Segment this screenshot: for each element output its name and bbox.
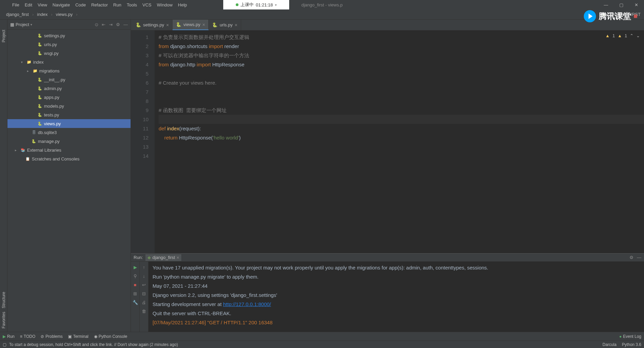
- tree-item[interactable]: 🐍models.py: [7, 102, 131, 110]
- close-icon[interactable]: ×: [177, 255, 179, 260]
- code-line[interactable]: # 可以在浏览器中输出字符串的一个方法: [159, 51, 644, 60]
- code-line[interactable]: [159, 87, 644, 96]
- close-icon[interactable]: ×: [235, 22, 237, 28]
- tab-label: settings.py: [143, 22, 164, 27]
- chevron-down-icon[interactable]: ▾: [275, 3, 277, 7]
- run-tab[interactable]: ◆ django_first ×: [145, 254, 181, 261]
- tree-item[interactable]: 🐍__init__.py: [7, 75, 131, 84]
- sc-icon: 📋: [25, 156, 30, 161]
- chevron-right-icon: ›: [76, 12, 77, 17]
- rerun-button[interactable]: ▶: [132, 264, 139, 270]
- py-icon: 🐍: [37, 86, 43, 91]
- breadcrumb-item[interactable]: views.py: [54, 11, 75, 18]
- menu-code[interactable]: Code: [73, 1, 89, 9]
- menu-refactor[interactable]: Refactor: [89, 1, 111, 9]
- expand-icon[interactable]: ⇥: [109, 22, 113, 27]
- tree-item[interactable]: 🐍settings.py: [7, 31, 131, 40]
- tree-item[interactable]: 🐍admin.py: [7, 84, 131, 93]
- gear-icon[interactable]: ⚙: [629, 255, 634, 260]
- close-icon[interactable]: ×: [202, 22, 205, 27]
- editor-tab[interactable]: 🐍views.py×: [172, 20, 209, 30]
- wrench-icon[interactable]: 🔧: [132, 299, 139, 306]
- close-button[interactable]: ✕: [629, 0, 644, 9]
- menu-view[interactable]: View: [35, 1, 50, 9]
- tree-item[interactable]: 🐍views.py: [7, 119, 131, 128]
- code-line[interactable]: # Create your views here.: [159, 78, 644, 87]
- editor-tab[interactable]: 🐍settings.py×: [132, 20, 172, 30]
- hide-icon[interactable]: —: [123, 22, 128, 27]
- up-button[interactable]: ↑: [141, 264, 147, 270]
- editor-body[interactable]: 1234567891011121314 # 负责显示页面数据并处理用户交互逻辑f…: [131, 30, 644, 253]
- tree-item[interactable]: 🐍urls.py: [7, 40, 131, 49]
- menu-navigate[interactable]: Navigate: [50, 1, 72, 9]
- tree-item[interactable]: 📋Scratches and Consoles: [7, 154, 131, 163]
- code-line[interactable]: # 负责显示页面数据并处理用户交互逻辑: [159, 32, 644, 42]
- target-icon[interactable]: ⊙: [95, 22, 98, 27]
- tree-item[interactable]: 🗄db.sqlite3: [7, 128, 131, 137]
- code-line[interactable]: from django.shortcuts import render: [159, 42, 644, 51]
- tree-item[interactable]: ▾📁index: [7, 58, 131, 66]
- event-log-button[interactable]: ●Event Log: [619, 334, 641, 339]
- soft-wrap-button[interactable]: ↩: [141, 281, 147, 288]
- gear-icon[interactable]: ⚙: [116, 22, 120, 27]
- print-button[interactable]: 🖨: [141, 299, 147, 306]
- menu-help[interactable]: Help: [175, 1, 190, 9]
- code-line[interactable]: return HttpResponse('hello world'): [159, 133, 644, 142]
- hide-icon[interactable]: —: [637, 255, 641, 260]
- favorites-tool-button[interactable]: Favorites: [1, 312, 6, 328]
- tree-item[interactable]: 🐍manage.py: [7, 137, 131, 146]
- project-tool-button[interactable]: Project: [1, 30, 6, 42]
- status-icon[interactable]: ▢: [3, 342, 6, 347]
- recording-indicator[interactable]: 上课中 01:21:18 ▾: [223, 0, 289, 9]
- editor-tabs: 🐍settings.py×🐍views.py×🐍urls.py×: [131, 20, 644, 30]
- project-tree[interactable]: 🐍settings.py🐍urls.py🐍wsgi.py▾📁index▸📁mig…: [7, 30, 131, 332]
- panel-title[interactable]: ▦ Project ▾: [10, 22, 32, 27]
- inspections-widget[interactable]: ▲1 ▲1 ⌃ ⌄: [605, 33, 640, 38]
- editor-tab[interactable]: 🐍urls.py×: [209, 20, 241, 30]
- run-tool-button[interactable]: ▶Run: [3, 334, 15, 339]
- attach-button[interactable]: ⚲: [132, 273, 139, 279]
- close-icon[interactable]: ×: [166, 22, 169, 28]
- problems-tool-button[interactable]: ⊘Problems: [41, 334, 63, 339]
- down-button[interactable]: ↓: [141, 273, 147, 279]
- stop-button[interactable]: ■: [132, 281, 139, 288]
- chevron-down-icon[interactable]: ⌄: [636, 33, 640, 38]
- menu-edit[interactable]: Edit: [22, 1, 35, 9]
- menu-window[interactable]: Window: [154, 1, 175, 9]
- chevron-up-icon[interactable]: ⌃: [630, 33, 634, 38]
- menu-file[interactable]: File: [9, 1, 22, 9]
- collapse-icon[interactable]: ⇤: [102, 22, 106, 27]
- tree-item[interactable]: 🐍apps.py: [7, 93, 131, 102]
- code-line[interactable]: [159, 69, 644, 78]
- code-line[interactable]: # 函数视图 需要绑定一个网址: [159, 106, 644, 115]
- console-output[interactable]: You have 17 unapplied migration(s). Your…: [148, 262, 644, 332]
- breadcrumb-item[interactable]: django_first: [4, 11, 31, 18]
- code-line[interactable]: [159, 96, 644, 106]
- trash-icon[interactable]: 🗑: [141, 308, 147, 314]
- layout-button[interactable]: ⊞: [132, 290, 139, 297]
- code-line[interactable]: from django.http import HttpResponse: [159, 60, 644, 69]
- code-area[interactable]: # 负责显示页面数据并处理用户交互逻辑from django.shortcuts…: [155, 30, 644, 253]
- tree-item[interactable]: ▸📁migrations: [7, 66, 131, 75]
- menu-run[interactable]: Run: [111, 1, 124, 9]
- server-url-link[interactable]: http://127.0.0.1:8000/: [223, 301, 271, 307]
- scroll-button[interactable]: ⊟: [141, 290, 147, 297]
- structure-tool-button[interactable]: Structure: [1, 292, 6, 308]
- code-line[interactable]: [159, 151, 644, 160]
- code-line[interactable]: [159, 142, 644, 151]
- theme-indicator[interactable]: Darcula: [602, 342, 616, 347]
- maximize-button[interactable]: ▢: [614, 0, 629, 9]
- tree-item[interactable]: 🐍tests.py: [7, 110, 131, 119]
- python-console-tool-button[interactable]: ◉Python Console: [94, 334, 128, 339]
- tree-item[interactable]: ▸📚External Libraries: [7, 146, 131, 154]
- menu-vcs[interactable]: VCS: [140, 1, 154, 9]
- tree-item[interactable]: 🐍wsgi.py: [7, 49, 131, 58]
- python-version-indicator[interactable]: Python 3.6: [622, 342, 641, 347]
- todo-tool-button[interactable]: ≡TODO: [20, 334, 35, 339]
- code-line[interactable]: [159, 115, 644, 124]
- breadcrumb-item[interactable]: index: [35, 11, 50, 18]
- menu-tools[interactable]: Tools: [124, 1, 140, 9]
- code-line[interactable]: def index(request):: [159, 124, 644, 133]
- terminal-tool-button[interactable]: ▣Terminal: [68, 334, 88, 339]
- minimize-button[interactable]: —: [598, 0, 614, 9]
